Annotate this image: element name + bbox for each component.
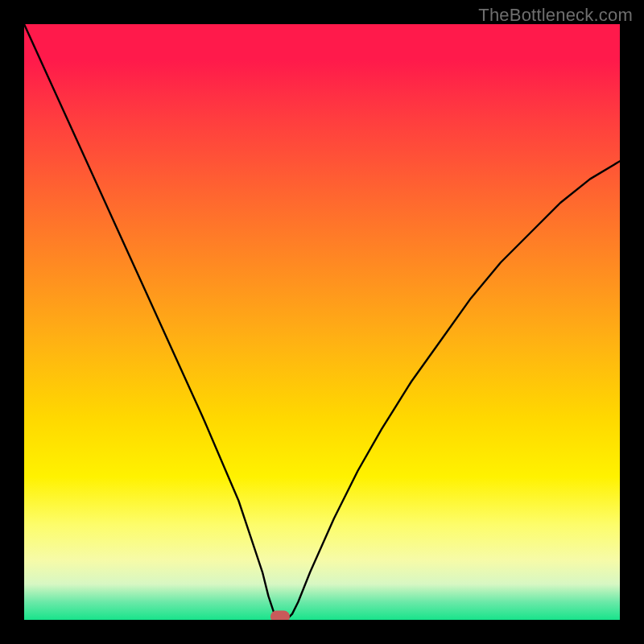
chart-frame: TheBottleneck.com xyxy=(0,0,644,644)
plot-area xyxy=(24,24,620,620)
minimum-marker xyxy=(270,611,290,621)
curve-svg xyxy=(24,24,620,620)
bottleneck-curve xyxy=(24,24,620,620)
watermark-label: TheBottleneck.com xyxy=(478,5,633,26)
